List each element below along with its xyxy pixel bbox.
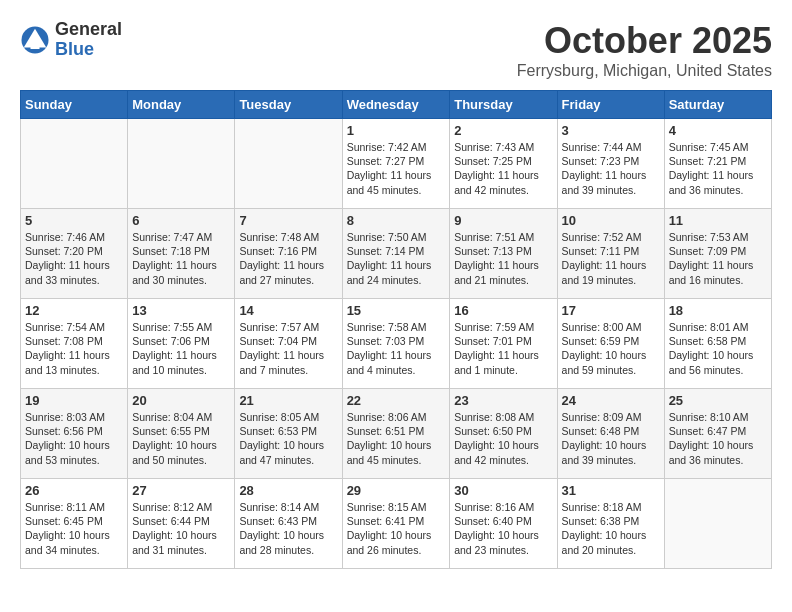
- day-number: 11: [669, 213, 767, 228]
- calendar-cell: 10Sunrise: 7:52 AM Sunset: 7:11 PM Dayli…: [557, 209, 664, 299]
- calendar-cell: [235, 119, 342, 209]
- day-info: Sunrise: 8:00 AM Sunset: 6:59 PM Dayligh…: [562, 320, 660, 377]
- weekday-header: Thursday: [450, 91, 557, 119]
- day-number: 7: [239, 213, 337, 228]
- calendar-cell: 25Sunrise: 8:10 AM Sunset: 6:47 PM Dayli…: [664, 389, 771, 479]
- calendar-cell: 18Sunrise: 8:01 AM Sunset: 6:58 PM Dayli…: [664, 299, 771, 389]
- calendar-cell: 16Sunrise: 7:59 AM Sunset: 7:01 PM Dayli…: [450, 299, 557, 389]
- day-number: 23: [454, 393, 552, 408]
- calendar-cell: 20Sunrise: 8:04 AM Sunset: 6:55 PM Dayli…: [128, 389, 235, 479]
- calendar-cell: [21, 119, 128, 209]
- day-info: Sunrise: 7:43 AM Sunset: 7:25 PM Dayligh…: [454, 140, 552, 197]
- day-info: Sunrise: 8:14 AM Sunset: 6:43 PM Dayligh…: [239, 500, 337, 557]
- day-info: Sunrise: 7:54 AM Sunset: 7:08 PM Dayligh…: [25, 320, 123, 377]
- day-number: 26: [25, 483, 123, 498]
- day-number: 19: [25, 393, 123, 408]
- calendar: SundayMondayTuesdayWednesdayThursdayFrid…: [20, 90, 772, 569]
- calendar-week-row: 19Sunrise: 8:03 AM Sunset: 6:56 PM Dayli…: [21, 389, 772, 479]
- calendar-cell: 7Sunrise: 7:48 AM Sunset: 7:16 PM Daylig…: [235, 209, 342, 299]
- calendar-cell: 23Sunrise: 8:08 AM Sunset: 6:50 PM Dayli…: [450, 389, 557, 479]
- day-info: Sunrise: 7:55 AM Sunset: 7:06 PM Dayligh…: [132, 320, 230, 377]
- weekday-header: Friday: [557, 91, 664, 119]
- day-info: Sunrise: 7:47 AM Sunset: 7:18 PM Dayligh…: [132, 230, 230, 287]
- calendar-cell: 4Sunrise: 7:45 AM Sunset: 7:21 PM Daylig…: [664, 119, 771, 209]
- day-number: 31: [562, 483, 660, 498]
- calendar-cell: 26Sunrise: 8:11 AM Sunset: 6:45 PM Dayli…: [21, 479, 128, 569]
- calendar-cell: 30Sunrise: 8:16 AM Sunset: 6:40 PM Dayli…: [450, 479, 557, 569]
- day-number: 24: [562, 393, 660, 408]
- day-info: Sunrise: 7:45 AM Sunset: 7:21 PM Dayligh…: [669, 140, 767, 197]
- day-info: Sunrise: 8:16 AM Sunset: 6:40 PM Dayligh…: [454, 500, 552, 557]
- day-info: Sunrise: 8:11 AM Sunset: 6:45 PM Dayligh…: [25, 500, 123, 557]
- calendar-cell: 17Sunrise: 8:00 AM Sunset: 6:59 PM Dayli…: [557, 299, 664, 389]
- day-info: Sunrise: 7:44 AM Sunset: 7:23 PM Dayligh…: [562, 140, 660, 197]
- day-number: 22: [347, 393, 446, 408]
- day-number: 4: [669, 123, 767, 138]
- day-info: Sunrise: 8:10 AM Sunset: 6:47 PM Dayligh…: [669, 410, 767, 467]
- day-number: 1: [347, 123, 446, 138]
- day-number: 5: [25, 213, 123, 228]
- day-number: 28: [239, 483, 337, 498]
- day-number: 3: [562, 123, 660, 138]
- day-number: 10: [562, 213, 660, 228]
- calendar-cell: 3Sunrise: 7:44 AM Sunset: 7:23 PM Daylig…: [557, 119, 664, 209]
- day-number: 18: [669, 303, 767, 318]
- day-info: Sunrise: 7:57 AM Sunset: 7:04 PM Dayligh…: [239, 320, 337, 377]
- calendar-cell: 15Sunrise: 7:58 AM Sunset: 7:03 PM Dayli…: [342, 299, 450, 389]
- day-number: 16: [454, 303, 552, 318]
- calendar-cell: 24Sunrise: 8:09 AM Sunset: 6:48 PM Dayli…: [557, 389, 664, 479]
- title-area: October 2025 Ferrysburg, Michigan, Unite…: [517, 20, 772, 80]
- calendar-cell: 8Sunrise: 7:50 AM Sunset: 7:14 PM Daylig…: [342, 209, 450, 299]
- calendar-cell: [664, 479, 771, 569]
- calendar-cell: 12Sunrise: 7:54 AM Sunset: 7:08 PM Dayli…: [21, 299, 128, 389]
- day-info: Sunrise: 7:48 AM Sunset: 7:16 PM Dayligh…: [239, 230, 337, 287]
- day-number: 14: [239, 303, 337, 318]
- calendar-week-row: 5Sunrise: 7:46 AM Sunset: 7:20 PM Daylig…: [21, 209, 772, 299]
- day-number: 27: [132, 483, 230, 498]
- logo: General Blue: [20, 20, 122, 60]
- day-number: 17: [562, 303, 660, 318]
- day-info: Sunrise: 8:01 AM Sunset: 6:58 PM Dayligh…: [669, 320, 767, 377]
- day-info: Sunrise: 7:52 AM Sunset: 7:11 PM Dayligh…: [562, 230, 660, 287]
- day-info: Sunrise: 8:04 AM Sunset: 6:55 PM Dayligh…: [132, 410, 230, 467]
- calendar-week-row: 26Sunrise: 8:11 AM Sunset: 6:45 PM Dayli…: [21, 479, 772, 569]
- day-info: Sunrise: 7:58 AM Sunset: 7:03 PM Dayligh…: [347, 320, 446, 377]
- day-number: 29: [347, 483, 446, 498]
- day-number: 15: [347, 303, 446, 318]
- weekday-header: Tuesday: [235, 91, 342, 119]
- day-info: Sunrise: 7:50 AM Sunset: 7:14 PM Dayligh…: [347, 230, 446, 287]
- calendar-cell: 19Sunrise: 8:03 AM Sunset: 6:56 PM Dayli…: [21, 389, 128, 479]
- logo-blue-text: Blue: [55, 40, 122, 60]
- day-info: Sunrise: 8:05 AM Sunset: 6:53 PM Dayligh…: [239, 410, 337, 467]
- weekday-header: Saturday: [664, 91, 771, 119]
- weekday-header-row: SundayMondayTuesdayWednesdayThursdayFrid…: [21, 91, 772, 119]
- calendar-cell: 2Sunrise: 7:43 AM Sunset: 7:25 PM Daylig…: [450, 119, 557, 209]
- calendar-cell: 9Sunrise: 7:51 AM Sunset: 7:13 PM Daylig…: [450, 209, 557, 299]
- logo-general-text: General: [55, 20, 122, 40]
- calendar-cell: 28Sunrise: 8:14 AM Sunset: 6:43 PM Dayli…: [235, 479, 342, 569]
- calendar-week-row: 12Sunrise: 7:54 AM Sunset: 7:08 PM Dayli…: [21, 299, 772, 389]
- day-info: Sunrise: 8:03 AM Sunset: 6:56 PM Dayligh…: [25, 410, 123, 467]
- calendar-cell: 1Sunrise: 7:42 AM Sunset: 7:27 PM Daylig…: [342, 119, 450, 209]
- calendar-cell: [128, 119, 235, 209]
- location: Ferrysburg, Michigan, United States: [517, 62, 772, 80]
- day-number: 8: [347, 213, 446, 228]
- calendar-cell: 13Sunrise: 7:55 AM Sunset: 7:06 PM Dayli…: [128, 299, 235, 389]
- day-info: Sunrise: 7:51 AM Sunset: 7:13 PM Dayligh…: [454, 230, 552, 287]
- calendar-cell: 31Sunrise: 8:18 AM Sunset: 6:38 PM Dayli…: [557, 479, 664, 569]
- day-info: Sunrise: 8:12 AM Sunset: 6:44 PM Dayligh…: [132, 500, 230, 557]
- weekday-header: Wednesday: [342, 91, 450, 119]
- calendar-week-row: 1Sunrise: 7:42 AM Sunset: 7:27 PM Daylig…: [21, 119, 772, 209]
- day-number: 30: [454, 483, 552, 498]
- day-info: Sunrise: 8:08 AM Sunset: 6:50 PM Dayligh…: [454, 410, 552, 467]
- day-info: Sunrise: 7:42 AM Sunset: 7:27 PM Dayligh…: [347, 140, 446, 197]
- day-info: Sunrise: 7:46 AM Sunset: 7:20 PM Dayligh…: [25, 230, 123, 287]
- month-title: October 2025: [517, 20, 772, 62]
- day-number: 21: [239, 393, 337, 408]
- logo-icon: [20, 25, 50, 55]
- day-info: Sunrise: 8:18 AM Sunset: 6:38 PM Dayligh…: [562, 500, 660, 557]
- weekday-header: Sunday: [21, 91, 128, 119]
- day-number: 2: [454, 123, 552, 138]
- day-info: Sunrise: 7:59 AM Sunset: 7:01 PM Dayligh…: [454, 320, 552, 377]
- day-info: Sunrise: 8:06 AM Sunset: 6:51 PM Dayligh…: [347, 410, 446, 467]
